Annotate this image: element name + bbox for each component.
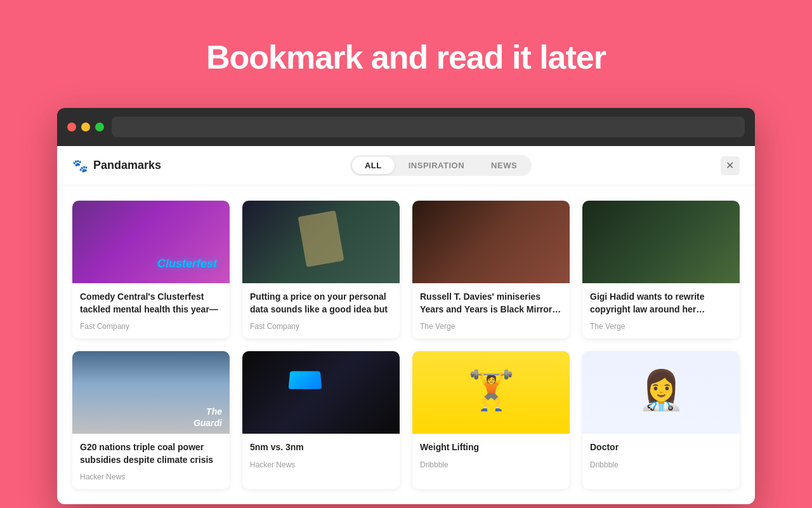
card-8-source: Dribbble <box>590 460 732 469</box>
card-5-source: Hacker News <box>80 472 222 481</box>
app-logo: 🐾 Pandamarks <box>72 158 161 173</box>
card-8-title: Doctor <box>590 441 732 454</box>
card-1-body: Comedy Central's Clusterfest tackled men… <box>72 283 230 338</box>
card-3-source: The Verge <box>420 322 562 331</box>
close-button[interactable]: ✕ <box>721 156 740 175</box>
nav-tabs: ALL INSPIRATION NEWS <box>350 155 532 176</box>
address-bar[interactable] <box>112 117 745 137</box>
card-2-image <box>242 201 400 283</box>
card-4-body: Gigi Hadid wants to rewrite copyright la… <box>582 283 740 338</box>
card-3-title: Russell T. Davies' miniseries Years and … <box>420 291 562 316</box>
card-1-title: Comedy Central's Clusterfest tackled men… <box>80 291 222 316</box>
card-8-image <box>582 351 740 434</box>
card-5-body: G20 nations triple coal power subsidies … <box>72 434 230 489</box>
card-1-source: Fast Company <box>80 322 222 331</box>
cards-grid: Comedy Central's Clusterfest tackled men… <box>57 185 755 504</box>
card-8-body: Doctor Dribbble <box>582 434 740 477</box>
card-3[interactable]: Russell T. Davies' miniseries Years and … <box>412 201 570 338</box>
traffic-dot-red[interactable] <box>67 123 76 131</box>
card-6-source: Hacker News <box>250 460 392 469</box>
card-7-image <box>412 351 570 434</box>
card-4-title: Gigi Hadid wants to rewrite copyright la… <box>590 291 732 316</box>
card-1[interactable]: Comedy Central's Clusterfest tackled men… <box>72 201 230 338</box>
card-8[interactable]: Doctor Dribbble <box>582 351 740 489</box>
card-5-title: G20 nations triple coal power subsidies … <box>80 441 222 466</box>
card-7[interactable]: Weight Lifting Dribbble <box>412 351 570 489</box>
traffic-dot-green[interactable] <box>95 123 104 131</box>
tab-inspiration[interactable]: INSPIRATION <box>396 157 477 174</box>
page-hero-title: Bookmark and read it later <box>206 38 606 76</box>
card-7-title: Weight Lifting <box>420 441 562 454</box>
card-3-body: Russell T. Davies' miniseries Years and … <box>412 283 570 338</box>
app-header: 🐾 Pandamarks ALL INSPIRATION NEWS ✕ <box>57 146 755 185</box>
card-2-source: Fast Company <box>250 322 392 331</box>
card-2[interactable]: Putting a price on your personal data so… <box>242 201 400 338</box>
card-6[interactable]: 5nm vs. 3nm Hacker News <box>242 351 400 489</box>
tab-news[interactable]: NEWS <box>478 157 530 174</box>
card-2-body: Putting a price on your personal data so… <box>242 283 400 338</box>
card-6-image <box>242 351 400 434</box>
traffic-dot-yellow[interactable] <box>81 123 90 131</box>
traffic-lights <box>67 123 104 131</box>
card-3-image <box>412 201 570 283</box>
card-1-image <box>72 201 230 283</box>
card-4[interactable]: Gigi Hadid wants to rewrite copyright la… <box>582 201 740 338</box>
card-5-image <box>72 351 230 434</box>
card-7-source: Dribbble <box>420 460 562 469</box>
card-7-body: Weight Lifting Dribbble <box>412 434 570 477</box>
browser-window: 🐾 Pandamarks ALL INSPIRATION NEWS ✕ Come… <box>57 108 755 504</box>
tab-all[interactable]: ALL <box>352 157 395 174</box>
card-6-body: 5nm vs. 3nm Hacker News <box>242 434 400 477</box>
card-4-image <box>582 201 740 283</box>
card-6-title: 5nm vs. 3nm <box>250 441 392 454</box>
card-4-source: The Verge <box>590 322 732 331</box>
browser-chrome <box>57 108 755 146</box>
browser-content: 🐾 Pandamarks ALL INSPIRATION NEWS ✕ Come… <box>57 146 755 504</box>
card-2-title: Putting a price on your personal data so… <box>250 291 392 316</box>
app-name: Pandamarks <box>93 159 161 172</box>
paw-icon: 🐾 <box>72 158 88 173</box>
card-5[interactable]: G20 nations triple coal power subsidies … <box>72 351 230 489</box>
